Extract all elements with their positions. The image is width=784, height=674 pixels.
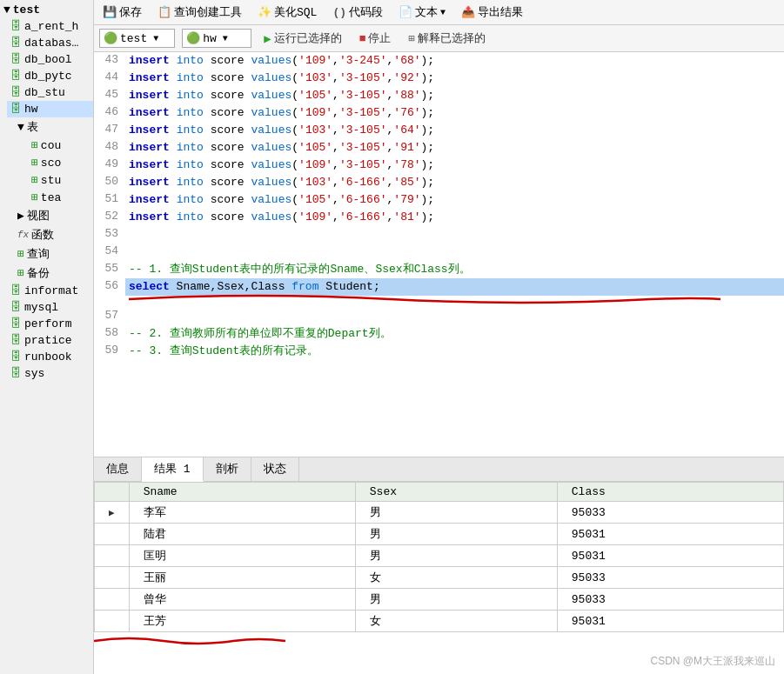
query-builder-label: 查询创建工具: [174, 4, 242, 20]
db-icon: 🗄: [10, 301, 22, 314]
cell-sname: 王丽: [129, 567, 355, 589]
sidebar-item-a_rent_h[interactable]: 🗄 a_rent_h: [7, 18, 93, 35]
sidebar-label: db_pytc: [24, 70, 72, 83]
backup-icon: ⊞: [17, 266, 24, 280]
sidebar-item-mysql[interactable]: 🗄 mysql: [7, 299, 93, 316]
line-number: 55: [94, 261, 125, 275]
sidebar-item-hw[interactable]: 🗄 hw: [7, 101, 93, 117]
run-selected-button[interactable]: ▶ 运行已选择的: [258, 29, 346, 48]
sidebar-item-informat[interactable]: 🗄 informat: [7, 283, 93, 299]
line-number: 58: [94, 325, 125, 339]
query-builder-button[interactable]: 📋 查询创建工具: [154, 3, 245, 22]
sidebar-item-table-tea[interactable]: ⊞ tea: [28, 189, 93, 206]
sidebar-label: runbook: [24, 350, 72, 364]
text-button[interactable]: 📄 文本 ▼: [395, 3, 449, 22]
red-underline-bottom: [94, 636, 775, 648]
line-content: insert into score values('103','3-105','…: [125, 70, 784, 87]
func-icon: fx: [17, 230, 29, 240]
result-tabs: 信息 结果 1 剖析 状态: [94, 457, 784, 482]
sidebar-item-table-sco[interactable]: ⊞ sco: [28, 154, 93, 171]
code-editor[interactable]: 43 insert into score values('109','3-245…: [94, 52, 784, 457]
tab-profile[interactable]: 剖析: [204, 457, 251, 481]
sidebar-label: db_stu: [24, 86, 65, 99]
sidebar-item-db_stu[interactable]: 🗄 db_stu: [7, 84, 93, 101]
line-number: 50: [94, 174, 125, 188]
sidebar-item-tables-folder[interactable]: ▼ 表: [14, 117, 93, 137]
tab-status[interactable]: 状态: [251, 457, 299, 481]
save-button[interactable]: 💾 保存: [99, 3, 145, 22]
tab-info-label: 信息: [106, 463, 129, 476]
tab-result1[interactable]: 结果 1: [142, 457, 204, 482]
line-number: 56: [94, 278, 125, 292]
code-line-43: 43 insert into score values('109','3-245…: [94, 52, 784, 70]
export-label: 导出结果: [478, 4, 523, 20]
sidebar-item-funcs-folder[interactable]: fx 函数: [14, 225, 93, 244]
col-header-class: Class: [557, 483, 783, 502]
col-header-ssex: Ssex: [355, 483, 557, 502]
line-content: insert into score values('103','6-166','…: [125, 174, 784, 191]
line-number: 46: [94, 104, 125, 118]
line-number: 53: [94, 226, 125, 240]
tab-info[interactable]: 信息: [94, 457, 142, 481]
sidebar-label: sys: [24, 367, 44, 380]
main-panel: 💾 保存 📋 查询创建工具 ✨ 美化SQL () 代码段 📄 文本 ▼ 📤 导出…: [94, 0, 784, 674]
line-content: insert into score values('105','6-166','…: [125, 191, 784, 209]
dropdown-arrow-icon: ▼: [440, 8, 446, 17]
db-selector[interactable]: 🟢 test ▼: [99, 29, 175, 48]
code-line-45: 45 insert into score values('105','3-105…: [94, 87, 784, 104]
code-line-55: 55 -- 1. 查询Student表中的所有记录的Sname、Ssex和Cla…: [94, 261, 784, 278]
stop-button[interactable]: ■ 停止: [354, 29, 397, 48]
row-indicator: ▶: [95, 502, 130, 524]
sidebar-label: cou: [41, 139, 61, 152]
db-icon: 🗄: [10, 350, 22, 364]
sidebar-item-views-folder[interactable]: ▶ 视图: [14, 206, 93, 225]
sidebar-label: hw: [24, 103, 38, 116]
line-content: -- 3. 查询Student表的所有记录。: [125, 343, 784, 360]
cell-class: 95033: [557, 502, 783, 524]
sidebar-item-test[interactable]: ▼ test: [0, 2, 93, 18]
line-number: 51: [94, 191, 125, 205]
sidebar-label: informat: [24, 284, 78, 297]
sidebar-item-runbook[interactable]: 🗄 runbook: [7, 349, 93, 365]
line-content: select Sname,Ssex,Class from Student;: [125, 278, 784, 296]
line-content: insert into score values('105','3-105','…: [125, 87, 784, 104]
beautify-sql-button[interactable]: ✨ 美化SQL: [254, 3, 320, 22]
cell-class: 95033: [557, 589, 783, 611]
sidebar-label: 表: [27, 119, 38, 135]
sidebar-item-db_pytc[interactable]: 🗄 db_pytc: [7, 68, 93, 84]
sidebar-item-databas[interactable]: 🗄 databas…: [7, 35, 93, 51]
sidebar-label: 备份: [27, 265, 50, 281]
tab-profile-label: 剖析: [216, 463, 238, 476]
explain-button[interactable]: ⊞ 解释已选择的: [403, 29, 490, 48]
sidebar-item-perform[interactable]: 🗄 perform: [7, 316, 93, 332]
table-selector[interactable]: 🟢 hw ▼: [182, 29, 251, 48]
code-line-50: 50 insert into score values('103','6-166…: [94, 174, 784, 191]
db-icon: 🗄: [10, 334, 22, 347]
sidebar-item-backup-folder[interactable]: ⊞ 备份: [14, 264, 93, 283]
sidebar-item-queries-folder[interactable]: ⊞ 查询: [14, 244, 93, 264]
code-snippet-button[interactable]: () 代码段: [329, 3, 386, 22]
save-icon: 💾: [103, 5, 117, 19]
cell-ssex: 男: [355, 589, 557, 611]
cell-ssex: 女: [355, 611, 557, 632]
play-icon: ▶: [264, 31, 271, 46]
sidebar-item-table-stu[interactable]: ⊞ stu: [28, 171, 93, 189]
sidebar-label: sco: [41, 157, 61, 170]
code-snippet-icon: (): [332, 6, 346, 19]
sidebar-item-db_bool[interactable]: 🗄 db_bool: [7, 51, 93, 68]
line-number: 52: [94, 209, 125, 223]
sidebar-item-table-cou[interactable]: ⊞ cou: [28, 137, 93, 154]
table-row: 王芳 女 95031: [95, 611, 784, 632]
db-selector-value: test: [120, 32, 147, 45]
export-results-button[interactable]: 📤 导出结果: [458, 3, 526, 22]
save-label: 保存: [119, 4, 142, 20]
table-row: 匡明 男 95031: [95, 545, 784, 567]
sidebar-item-sys[interactable]: 🗄 sys: [7, 365, 93, 382]
table-icon: ⊞: [31, 190, 38, 204]
db-selector-icon: 🟢: [104, 31, 117, 45]
code-line-48: 48 insert into score values('105','3-105…: [94, 139, 784, 157]
sidebar-item-pratice[interactable]: 🗄 pratice: [7, 332, 93, 349]
cell-ssex: 男: [355, 545, 557, 567]
db-icon: 🗄: [10, 20, 22, 33]
db-icon: 🗄: [10, 284, 22, 297]
